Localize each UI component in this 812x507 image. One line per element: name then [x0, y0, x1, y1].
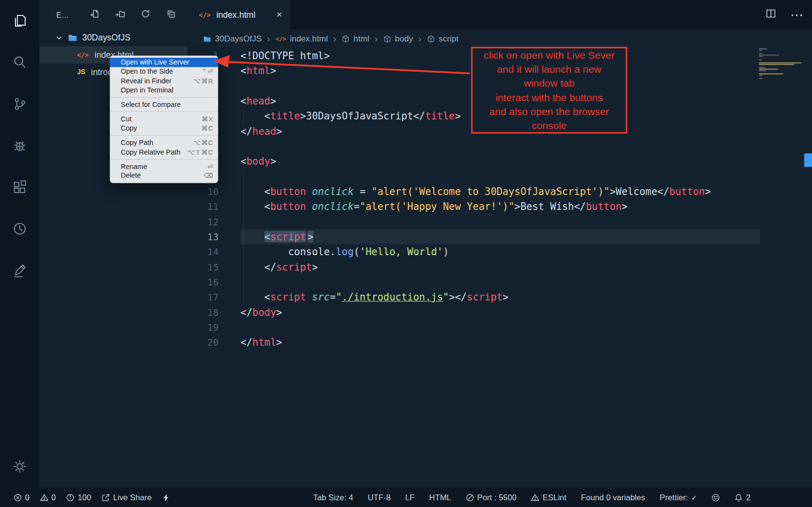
status-utf-8[interactable]: UTF-8	[368, 493, 391, 502]
activitybar-feedback[interactable]	[0, 249, 39, 291]
code-token: <!DOCTYPE html>	[240, 50, 329, 62]
code-token: "	[443, 291, 449, 303]
annotation-text: click on open with Live Sever	[484, 48, 615, 62]
menu-item-copy-path[interactable]: Copy Path⌥⌘C	[110, 138, 218, 147]
code-token: >	[705, 186, 711, 197]
minimap-line	[759, 59, 762, 60]
status-found-0-variables[interactable]: Found 0 variables	[581, 493, 645, 502]
code-line-8[interactable]: 8<body>	[187, 154, 812, 169]
code-line-20[interactable]: 20</html>	[187, 335, 812, 350]
status-label: Prettier:	[660, 493, 688, 502]
code-token: =	[330, 291, 336, 303]
code-token: >	[270, 65, 276, 77]
minimap-line	[759, 53, 762, 54]
vscode-window: E... 30DaysOfJS </>index.htmlJSintroduct…	[0, 0, 812, 507]
activitybar-extensions[interactable]	[0, 167, 39, 208]
menu-shortcut: ⏎	[208, 163, 213, 170]
status-100[interactable]: 100	[66, 493, 92, 502]
menu-item-select-for-compare[interactable]: Select for Compare	[110, 100, 218, 109]
code-token: "	[336, 291, 341, 303]
more-actions-button[interactable]: ⋯	[790, 8, 804, 21]
code-line-7[interactable]: 7	[187, 139, 812, 154]
status-0[interactable]: 0	[40, 493, 56, 502]
new-file-button[interactable]	[90, 9, 100, 21]
status-0[interactable]: 0	[13, 493, 29, 502]
menu-shortcut: ⌥⌘R	[193, 77, 213, 85]
code-text: </body>	[240, 305, 282, 320]
refresh-explorer-button[interactable]	[141, 9, 151, 21]
split-editor-button[interactable]	[765, 8, 777, 21]
status-live-share[interactable]: Live Share	[102, 493, 152, 502]
status-html[interactable]: HTML	[429, 493, 451, 502]
activitybar-explorer[interactable]	[0, 0, 39, 41]
breadcrumb-30daysofjs[interactable]: 30DaysOfJS	[203, 34, 262, 43]
extensions-icon	[12, 180, 27, 195]
code-line-10[interactable]: 10 <button onclick = "alert('Welcome to …	[187, 184, 812, 199]
html-icon: </>	[77, 51, 89, 59]
minimap-line	[759, 75, 763, 76]
warning-triangle-icon	[531, 493, 539, 501]
status-lightning[interactable]	[162, 493, 170, 501]
code-token: >	[308, 231, 314, 243]
check-icon: ✓	[691, 493, 697, 501]
code-token: <	[240, 95, 246, 107]
breadcrumb-script[interactable]: script	[427, 34, 458, 43]
menu-item-open-with-live-server[interactable]: Open with Live Server	[110, 58, 218, 67]
activitybar-search[interactable]	[0, 41, 39, 83]
code-token: body	[247, 156, 270, 167]
menu-item-copy[interactable]: Copy⌘C	[110, 124, 218, 133]
breadcrumb-index-html[interactable]: </>index.html	[275, 34, 328, 43]
tab-index-html[interactable]: </> index.html ✕	[187, 0, 290, 29]
code-token: >	[300, 110, 306, 122]
menu-item-label: Open to the Side	[121, 68, 202, 76]
code-line-13[interactable]: 13 <script>	[187, 229, 812, 244]
menu-item-open-in-terminal[interactable]: Open in Terminal	[110, 86, 218, 95]
close-icon[interactable]: ✕	[276, 10, 283, 19]
status-eslint[interactable]: ESLint	[531, 493, 566, 502]
code-line-14[interactable]: 14 console.log('Hello, World')	[187, 245, 812, 260]
code-token: </	[240, 261, 276, 273]
folder-30daysofjs[interactable]: 30DaysOfJS	[39, 29, 187, 46]
status-prettier[interactable]: Prettier:✓	[660, 493, 697, 502]
menu-item-open-to-the-side[interactable]: Open to the Side⌃⏎	[110, 67, 218, 76]
status-tab-size-4[interactable]: Tab Size: 4	[313, 493, 353, 502]
code-line-9[interactable]: 9	[187, 169, 812, 184]
code-token	[240, 231, 264, 243]
code-line-11[interactable]: 11 <button onclick="alert('Happy New Yea…	[187, 199, 812, 214]
menu-item-cut[interactable]: Cut⌘X	[110, 115, 218, 124]
code-line-16[interactable]: 16	[187, 274, 812, 289]
activitybar-source-control[interactable]	[0, 83, 39, 125]
code-token: onclick	[312, 186, 354, 197]
breadcrumb-body[interactable]: body	[383, 34, 413, 43]
menu-item-reveal-in-finder[interactable]: Reveal in Finder⌥⌘R	[110, 76, 218, 85]
code-line-18[interactable]: 18</body>	[187, 305, 812, 320]
code-line-15[interactable]: 15 </script>	[187, 260, 812, 274]
collapse-folders-button[interactable]	[166, 9, 176, 21]
code-line-19[interactable]: 19	[187, 320, 812, 335]
activitybar-run-debug[interactable]	[0, 125, 39, 166]
menu-item-copy-relative-path[interactable]: Copy Relative Path⌥⇧⌘C	[110, 147, 218, 156]
breadcrumb-label: html	[354, 34, 369, 43]
code-token: )	[443, 246, 449, 258]
overview-ruler-marker[interactable]	[804, 154, 812, 167]
status-lf[interactable]: LF	[405, 493, 415, 502]
code-line-17[interactable]: 17 <script src="./introduction.js"></scr…	[187, 290, 812, 305]
breadcrumb-html[interactable]: html	[341, 34, 369, 43]
minimap[interactable]	[759, 48, 803, 79]
code-line-12[interactable]: 12	[187, 214, 812, 229]
chevron-down-icon	[55, 34, 63, 41]
code-token: =	[354, 186, 371, 197]
menu-item-rename[interactable]: Rename⏎	[110, 162, 218, 171]
new-folder-button[interactable]	[115, 9, 125, 21]
status-port-5500[interactable]: Port : 5500	[466, 493, 517, 502]
menu-item-delete[interactable]: Delete⌫	[110, 171, 218, 180]
indent-guide	[243, 109, 244, 124]
status-smiley[interactable]	[712, 493, 720, 501]
chevron-right-icon: ›	[267, 34, 270, 44]
code-token: <	[240, 291, 270, 303]
activitybar-settings[interactable]	[0, 450, 39, 482]
code-token: >	[622, 201, 628, 212]
activitybar-timeline[interactable]	[0, 208, 39, 249]
status-2[interactable]: 2	[734, 493, 750, 502]
code-token: </	[240, 337, 252, 348]
